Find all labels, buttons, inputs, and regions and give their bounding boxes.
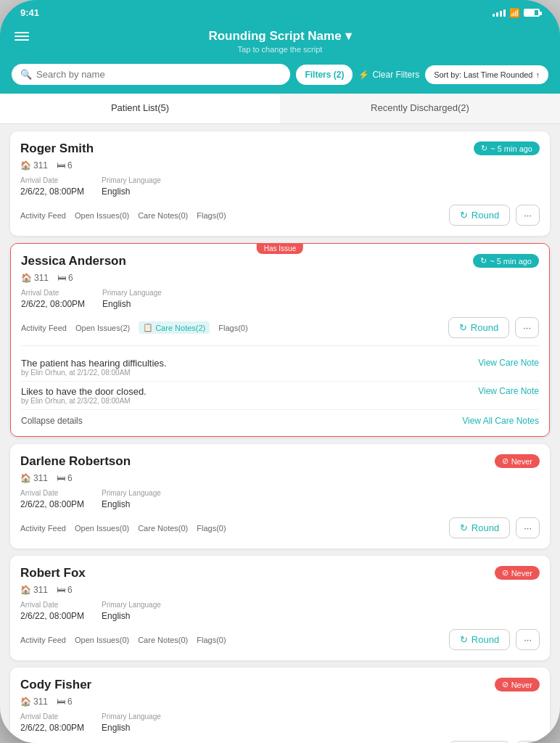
flags-link[interactable]: Flags(0) <box>197 636 226 644</box>
status-bar: 9:41 📶 <box>0 0 560 22</box>
patient-meta: 🏠 311 🛏 6 <box>20 473 540 483</box>
bed-icon: 🛏 <box>57 473 65 483</box>
round-button[interactable]: ↻ Round <box>449 517 510 538</box>
round-button[interactable]: ↻ Round <box>448 317 509 338</box>
action-links: Activity Feed Open Issues(2) 📋 Care Note… <box>21 321 442 334</box>
round-button[interactable]: ↻ Round <box>449 205 510 226</box>
patient-name: Jessica Anderson <box>21 254 126 268</box>
care-notes-section: View Care Note The patient has hearing d… <box>21 345 539 426</box>
status-badge: ⊘ Never <box>495 566 540 580</box>
app-header: Rounding Script Name ▾ Tap to change the… <box>0 22 560 64</box>
care-note-meta: by Elin Orhun, at 2/3/22, 08:00AM <box>21 397 539 405</box>
patient-list: Roger Smith ↻ ~ 5 min ago 🏠 311 🛏 6 <box>0 124 560 743</box>
tab-recently-discharged[interactable]: Recently Discharged(2) <box>280 94 560 123</box>
bed-icon: 🛏 <box>57 160 65 171</box>
care-note-meta: by Elin Orhun, at 2/1/22, 08:00AM <box>21 369 539 377</box>
tab-patient-list[interactable]: Patient List(5) <box>0 94 280 123</box>
flags-link[interactable]: Flags(0) <box>218 321 247 334</box>
bed-info: 🛏 6 <box>57 160 73 171</box>
activity-feed-link[interactable]: Activity Feed <box>20 211 66 220</box>
card-header: Jessica Anderson ↻ ~ 5 min ago <box>21 254 539 268</box>
view-all-care-notes-link[interactable]: View All Care Notes <box>462 416 539 426</box>
note-icon: 📋 <box>143 323 153 332</box>
bed-icon: 🛏 <box>57 585 65 595</box>
collapse-details-link[interactable]: Collapse details <box>21 416 83 426</box>
open-issues-link[interactable]: Open Issues(0) <box>75 211 129 220</box>
more-button[interactable]: ··· <box>515 317 539 338</box>
hamburger-menu[interactable] <box>15 32 29 41</box>
filters-button[interactable]: Filters (2) <box>296 65 353 85</box>
arrival-section: Arrival Date 2/6/22, 08:00PM Primary Lan… <box>21 289 539 310</box>
status-icons: 📶 <box>493 8 540 18</box>
patient-card: Robert Fox ⊘ Never 🏠 311 🛏 6 <box>10 556 550 660</box>
patient-meta: 🏠 311 🛏 6 <box>20 697 540 707</box>
battery-icon <box>524 9 540 17</box>
patient-name: Robert Fox <box>20 566 86 580</box>
more-button[interactable]: ··· <box>516 517 540 538</box>
round-icon: ↻ <box>459 322 467 333</box>
care-note-row: View Care Note The patient has hearing d… <box>21 353 539 382</box>
room-info: 🏠 311 <box>20 160 48 171</box>
collapse-bar: Collapse details View All Care Notes <box>21 410 539 426</box>
open-issues-link[interactable]: Open Issues(2) <box>75 321 130 334</box>
action-links: Activity Feed Open Issues(0) Care Notes(… <box>20 524 443 533</box>
tabs-bar: Patient List(5) Recently Discharged(2) <box>0 94 560 124</box>
round-icon: ↻ <box>460 522 468 533</box>
activity-feed-link[interactable]: Activity Feed <box>20 636 66 644</box>
bed-icon: 🛏 <box>57 273 66 283</box>
arrival-date-field: Arrival Date 2/6/22, 08:00PM <box>20 489 84 510</box>
status-badge: ↻ ~ 5 min ago <box>474 141 540 155</box>
card-actions: Activity Feed Open Issues(0) Care Notes(… <box>20 517 540 538</box>
bed-info: 🛏 6 <box>57 273 73 283</box>
flags-link[interactable]: Flags(0) <box>197 524 226 533</box>
care-notes-link[interactable]: Care Notes(0) <box>138 636 188 644</box>
arrival-date-field: Arrival Date 2/6/22, 08:00PM <box>21 289 85 310</box>
arrival-date-field: Arrival Date 2/6/22, 08:00PM <box>20 601 84 622</box>
room-icon: 🏠 <box>20 473 31 483</box>
status-badge: ↻ ~ 5 min ago <box>473 254 539 268</box>
patient-card: Has Issue Jessica Anderson ↻ ~ 5 min ago… <box>10 243 550 437</box>
open-issues-link[interactable]: Open Issues(0) <box>75 524 129 533</box>
search-box[interactable]: 🔍 <box>12 64 290 85</box>
activity-feed-link[interactable]: Activity Feed <box>21 321 67 334</box>
room-info: 🏠 311 <box>20 585 48 595</box>
care-note-text: The patient has hearing difficulties. <box>21 358 539 369</box>
care-note-text: Likes to have the door closed. <box>21 386 539 397</box>
open-issues-link[interactable]: Open Issues(0) <box>75 636 129 644</box>
card-actions: Activity Feed Open Issues(2) 📋 Care Note… <box>21 317 539 338</box>
bed-info: 🛏 6 <box>57 697 73 707</box>
arrival-section: Arrival Date 2/6/22, 08:00PM Primary Lan… <box>20 176 540 197</box>
view-care-note-link[interactable]: View Care Note <box>478 358 539 368</box>
clear-filters-button[interactable]: ⚡ Clear Filters <box>358 70 419 80</box>
patient-name: Darlene Robertson <box>20 454 131 469</box>
activity-feed-link[interactable]: Activity Feed <box>20 524 66 533</box>
search-input[interactable] <box>36 69 281 80</box>
room-info: 🏠 311 <box>20 697 48 707</box>
language-field: Primary Language English <box>102 176 161 197</box>
sort-button[interactable]: Sort by: Last Time Rounded ↑ <box>425 65 548 84</box>
status-badge: ⊘ Never <box>495 454 540 468</box>
care-notes-link[interactable]: 📋 Care Notes(2) <box>139 321 210 334</box>
card-header: Darlene Robertson ⊘ Never <box>20 454 540 469</box>
more-button[interactable]: ··· <box>516 629 540 650</box>
round-icon: ↻ <box>460 210 468 221</box>
patient-meta: 🏠 311 🛏 6 <box>20 160 540 171</box>
search-icon: 🔍 <box>20 69 32 80</box>
content-area: Patient List(5) Recently Discharged(2) R… <box>0 94 560 743</box>
care-notes-link[interactable]: Care Notes(0) <box>138 524 188 533</box>
card-header: Cody Fisher ⊘ Never <box>20 678 540 692</box>
action-links: Activity Feed Open Issues(0) Care Notes(… <box>20 211 443 220</box>
room-info: 🏠 311 <box>20 473 48 483</box>
view-care-note-link[interactable]: View Care Note <box>478 386 539 396</box>
round-button[interactable]: ↻ Round <box>449 629 510 650</box>
more-button[interactable]: ··· <box>516 205 540 226</box>
script-title[interactable]: Rounding Script Name ▾ <box>29 28 531 44</box>
action-links: Activity Feed Open Issues(0) Care Notes(… <box>20 636 443 644</box>
status-time: 9:41 <box>20 7 39 18</box>
flags-link[interactable]: Flags(0) <box>197 211 226 220</box>
care-notes-link[interactable]: Care Notes(0) <box>138 211 188 220</box>
patient-meta: 🏠 311 🛏 6 <box>20 585 540 595</box>
patient-card: Cody Fisher ⊘ Never 🏠 311 🛏 6 <box>10 668 550 743</box>
no-round-icon: ⊘ <box>502 568 508 578</box>
signal-icon <box>493 9 506 17</box>
